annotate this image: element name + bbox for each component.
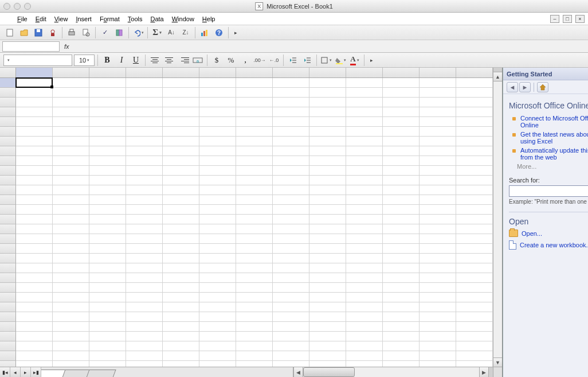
cell[interactable] xyxy=(456,137,493,146)
cell[interactable] xyxy=(53,156,89,166)
cell[interactable] xyxy=(273,78,309,88)
increase-indent-button[interactable] xyxy=(301,54,313,67)
cell[interactable] xyxy=(309,273,346,283)
cell[interactable] xyxy=(420,312,456,322)
zoom-window-icon[interactable] xyxy=(24,3,31,10)
increase-decimal-button[interactable]: .00→ xyxy=(253,54,266,67)
cell[interactable] xyxy=(126,361,163,367)
formula-input[interactable] xyxy=(74,41,586,52)
cell[interactable] xyxy=(199,127,236,137)
cell[interactable] xyxy=(309,156,346,166)
cell[interactable] xyxy=(89,302,126,312)
cell[interactable] xyxy=(383,283,420,293)
row-header[interactable] xyxy=(0,322,16,332)
cell[interactable] xyxy=(199,273,236,283)
cell[interactable] xyxy=(16,107,53,117)
nav-back-button[interactable]: ◄ xyxy=(507,82,518,92)
cell[interactable] xyxy=(126,107,163,117)
cell[interactable] xyxy=(273,98,309,107)
link-latest-news[interactable]: Get the latest news about using Excel xyxy=(520,131,588,145)
link-create-workbook[interactable]: Create a new workbook... xyxy=(520,242,588,248)
menu-format[interactable]: Format xyxy=(100,15,120,22)
cell[interactable] xyxy=(53,88,89,98)
vertical-scrollbar[interactable]: ▲ ▼ xyxy=(493,68,502,367)
save-button[interactable] xyxy=(32,26,45,39)
cell[interactable] xyxy=(236,137,273,146)
cell[interactable] xyxy=(199,293,236,302)
cell[interactable] xyxy=(16,117,53,127)
cell[interactable] xyxy=(456,302,493,312)
cell[interactable] xyxy=(236,234,273,244)
cell[interactable] xyxy=(126,88,163,98)
cell[interactable] xyxy=(383,341,420,351)
cell[interactable] xyxy=(420,176,456,185)
cell[interactable] xyxy=(383,312,420,322)
cell[interactable] xyxy=(273,117,309,127)
cell[interactable] xyxy=(199,137,236,146)
cell[interactable] xyxy=(383,332,420,341)
cell[interactable] xyxy=(16,205,53,215)
cell[interactable] xyxy=(163,244,199,254)
tab-nav-first-button[interactable]: ▮◂ xyxy=(0,367,10,377)
cell[interactable] xyxy=(163,341,199,351)
borders-button[interactable] xyxy=(320,54,332,67)
cell[interactable] xyxy=(420,322,456,332)
cell[interactable] xyxy=(456,293,493,302)
cell[interactable] xyxy=(236,215,273,224)
cell[interactable] xyxy=(346,166,383,176)
cell[interactable] xyxy=(126,254,163,263)
cell[interactable] xyxy=(309,244,346,254)
row-header[interactable] xyxy=(0,78,16,88)
cell[interactable] xyxy=(309,146,346,156)
cell[interactable] xyxy=(383,263,420,273)
cell[interactable] xyxy=(456,98,493,107)
row-header[interactable] xyxy=(0,137,16,146)
print-button[interactable] xyxy=(65,26,78,39)
cell[interactable] xyxy=(89,341,126,351)
cell[interactable] xyxy=(16,263,53,273)
cell[interactable] xyxy=(53,215,89,224)
column-header[interactable] xyxy=(309,68,346,77)
row-header[interactable] xyxy=(0,293,16,302)
toolbar-options-button-2[interactable]: ▸ xyxy=(367,54,375,67)
cell[interactable] xyxy=(163,332,199,341)
cell[interactable] xyxy=(383,244,420,254)
cell[interactable] xyxy=(273,205,309,215)
cell[interactable] xyxy=(126,98,163,107)
cell[interactable] xyxy=(16,273,53,283)
cell[interactable] xyxy=(126,224,163,234)
cell[interactable] xyxy=(53,137,89,146)
cell[interactable] xyxy=(163,273,199,283)
cell[interactable] xyxy=(456,146,493,156)
cell[interactable] xyxy=(163,127,199,137)
close-window-icon[interactable] xyxy=(3,3,10,10)
cell[interactable] xyxy=(89,361,126,367)
size-grip[interactable] xyxy=(493,367,502,377)
scroll-thumb-h[interactable] xyxy=(303,367,355,377)
cell[interactable] xyxy=(420,205,456,215)
cell[interactable] xyxy=(273,332,309,341)
decrease-decimal-button[interactable]: ←.0 xyxy=(268,54,280,67)
cell[interactable] xyxy=(346,293,383,302)
cell[interactable] xyxy=(89,88,126,98)
cell[interactable] xyxy=(126,322,163,332)
cell[interactable] xyxy=(420,332,456,341)
cell[interactable] xyxy=(420,283,456,293)
cell[interactable] xyxy=(199,244,236,254)
cell[interactable] xyxy=(456,195,493,205)
sort-desc-button[interactable]: Z↓ xyxy=(179,26,192,39)
cell[interactable] xyxy=(126,176,163,185)
row-header[interactable] xyxy=(0,283,16,293)
row-header[interactable] xyxy=(0,351,16,361)
column-header[interactable] xyxy=(346,68,383,77)
cell[interactable] xyxy=(346,215,383,224)
cell[interactable] xyxy=(89,98,126,107)
cell[interactable] xyxy=(126,127,163,137)
cell[interactable] xyxy=(309,322,346,332)
cell[interactable] xyxy=(420,107,456,117)
cell[interactable] xyxy=(309,195,346,205)
cell[interactable] xyxy=(89,205,126,215)
cell[interactable] xyxy=(273,224,309,234)
cell[interactable] xyxy=(420,78,456,88)
cell[interactable] xyxy=(89,332,126,341)
